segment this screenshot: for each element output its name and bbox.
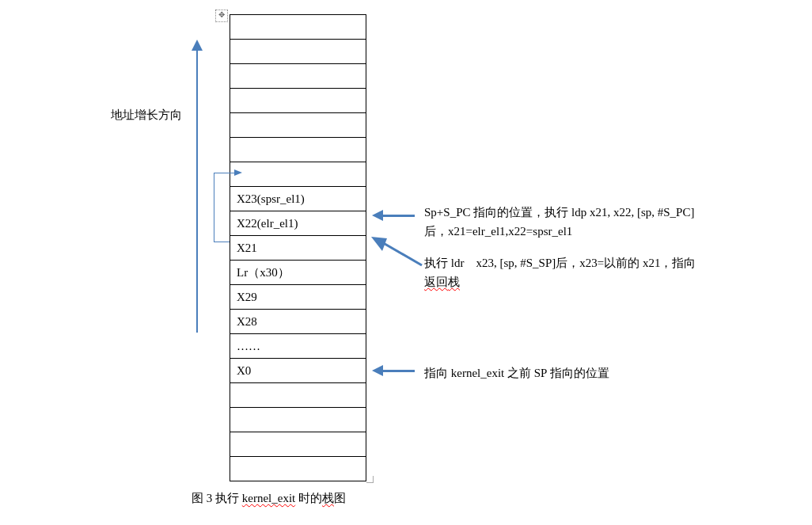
figure-caption: 图 3 执行 kernel_exit 时的栈图 <box>192 491 346 506</box>
stack-cell <box>230 432 366 457</box>
resize-handle-icon <box>366 476 374 483</box>
note3-arrow-shaft <box>383 370 415 372</box>
addr-growth-label: 地址增长方向 <box>111 108 182 122</box>
stack-cell: X23(spsr_el1) <box>230 187 366 211</box>
stack-cell: Lr（x30） <box>230 261 366 285</box>
stack-cell <box>230 40 366 64</box>
stack-cell <box>230 383 366 408</box>
stack-cell: X21 <box>230 236 366 261</box>
note3-arrow-head <box>372 365 383 376</box>
note3-text: 指向 kernel_exit 之前 SP 指向的位置 <box>424 363 609 382</box>
note1-text: Sp+S_PC 指向的位置，执行 ldp x21, x22, [sp, #S_P… <box>424 203 694 241</box>
stack-cell: X0 <box>230 359 366 383</box>
bracket-bottom <box>214 242 230 242</box>
bracket-top <box>214 173 236 173</box>
stack-cell <box>230 457 366 481</box>
stack-cell <box>230 113 366 138</box>
note2-text: 执行 ldr x23, [sp, #S_SP]后，x23=以前的 x21，指向 … <box>424 253 696 291</box>
svg-marker-1 <box>371 237 387 251</box>
stack-cell <box>230 64 366 89</box>
note1-arrow-head <box>372 210 383 221</box>
diagram-canvas: ✥ X23(spsr_el1)X22(elr_el1)X21Lr（x30）X29… <box>0 0 812 525</box>
stack-cell: X28 <box>230 310 366 334</box>
stack-cell: X22(elr_el1) <box>230 211 366 236</box>
note2-arrow-svg <box>366 234 426 273</box>
addr-growth-arrow-shaft <box>196 49 198 333</box>
move-handle-icon: ✥ <box>215 10 228 22</box>
stack-cell <box>230 15 366 40</box>
bracket-arrowhead <box>234 169 242 176</box>
stack-cell <box>230 408 366 432</box>
stack-cell <box>230 138 366 162</box>
bracket-vertical <box>214 173 214 242</box>
stack-cell: X29 <box>230 285 366 310</box>
svg-line-0 <box>381 242 422 265</box>
addr-growth-arrow-head <box>192 40 203 51</box>
stack-cell <box>230 89 366 113</box>
stack-cell: …… <box>230 334 366 359</box>
stack-table: X23(spsr_el1)X22(elr_el1)X21Lr（x30）X29X2… <box>230 14 366 481</box>
stack-cell <box>230 162 366 187</box>
note1-arrow-shaft <box>383 215 415 217</box>
